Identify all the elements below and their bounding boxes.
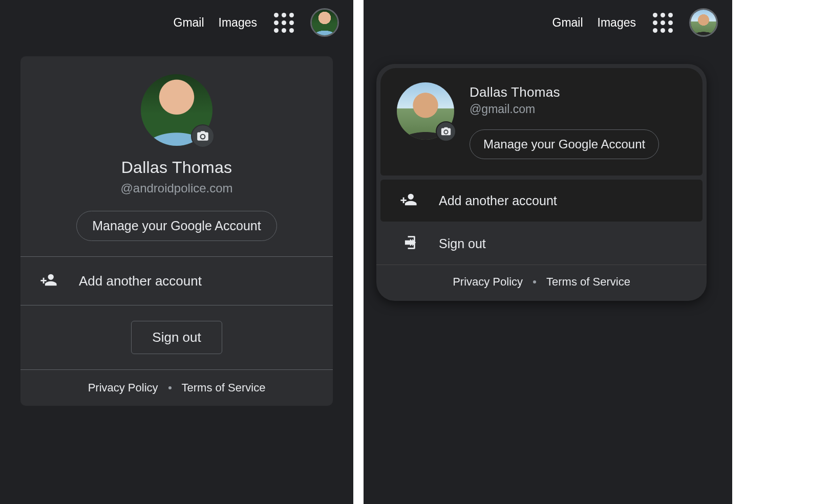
user-name: Dallas Thomas xyxy=(470,84,560,100)
new-account-menu-pane: Gmail Images Dallas Thomas xyxy=(364,0,732,504)
user-name: Dallas Thomas xyxy=(121,158,232,177)
dot-separator-icon xyxy=(533,280,536,283)
avatar-wrap xyxy=(141,74,212,146)
privacy-policy-link[interactable]: Privacy Policy xyxy=(453,275,523,289)
add-account-row[interactable]: Add another account xyxy=(380,180,703,222)
avatar-image xyxy=(691,10,716,35)
avatar-image xyxy=(312,10,337,35)
topbar: Gmail Images xyxy=(174,0,354,45)
manage-account-button[interactable]: Manage your Google Account xyxy=(76,211,276,241)
add-account-label: Add another account xyxy=(79,273,202,289)
user-email: @androidpolice.com xyxy=(120,181,232,195)
gmail-link[interactable]: Gmail xyxy=(174,16,204,30)
manage-account-button[interactable]: Manage your Google Account xyxy=(470,129,659,159)
person-add-icon xyxy=(40,271,57,291)
account-header: Dallas Thomas @androidpolice.com Manage … xyxy=(20,56,333,256)
footer: Privacy Policy Terms of Service xyxy=(20,369,333,406)
account-header: Dallas Thomas @gmail.com Manage your Goo… xyxy=(380,68,703,176)
dot-separator-icon xyxy=(168,386,172,389)
terms-of-service-link[interactable]: Terms of Service xyxy=(546,275,630,289)
change-photo-button[interactable] xyxy=(436,121,456,142)
images-link[interactable]: Images xyxy=(598,16,636,30)
topbar: Gmail Images xyxy=(552,0,733,45)
apps-grid-icon xyxy=(653,13,673,33)
account-info: Dallas Thomas @gmail.com Manage your Goo… xyxy=(470,82,686,159)
user-email: @gmail.com xyxy=(470,102,535,116)
camera-icon xyxy=(196,129,209,143)
google-apps-button[interactable] xyxy=(650,10,675,35)
terms-of-service-link[interactable]: Terms of Service xyxy=(182,381,266,395)
account-menu-card: Dallas Thomas @androidpolice.com Manage … xyxy=(20,56,333,406)
google-apps-button[interactable] xyxy=(271,10,296,35)
images-link[interactable]: Images xyxy=(219,16,257,30)
person-add-icon xyxy=(400,191,417,210)
sign-out-section: Sign out xyxy=(20,305,333,369)
account-menu-card: Dallas Thomas @gmail.com Manage your Goo… xyxy=(376,64,707,301)
add-account-label: Add another account xyxy=(439,193,557,208)
sign-out-label: Sign out xyxy=(439,236,486,251)
change-photo-button[interactable] xyxy=(191,124,215,148)
add-account-row[interactable]: Add another account xyxy=(20,256,333,305)
privacy-policy-link[interactable]: Privacy Policy xyxy=(88,381,158,395)
avatar-wrap xyxy=(397,82,454,140)
account-avatar-button[interactable] xyxy=(310,8,339,37)
sign-out-row[interactable]: Sign out xyxy=(376,223,707,265)
gmail-link[interactable]: Gmail xyxy=(552,16,583,30)
sign-out-icon xyxy=(400,234,417,253)
footer: Privacy Policy Terms of Service xyxy=(376,265,707,301)
camera-icon xyxy=(440,126,452,137)
sign-out-button[interactable]: Sign out xyxy=(131,321,222,354)
old-account-menu-pane: Gmail Images Dallas Thomas @andr xyxy=(0,0,353,504)
account-avatar-button[interactable] xyxy=(689,8,718,37)
apps-grid-icon xyxy=(274,13,294,33)
pane-divider xyxy=(356,0,358,504)
